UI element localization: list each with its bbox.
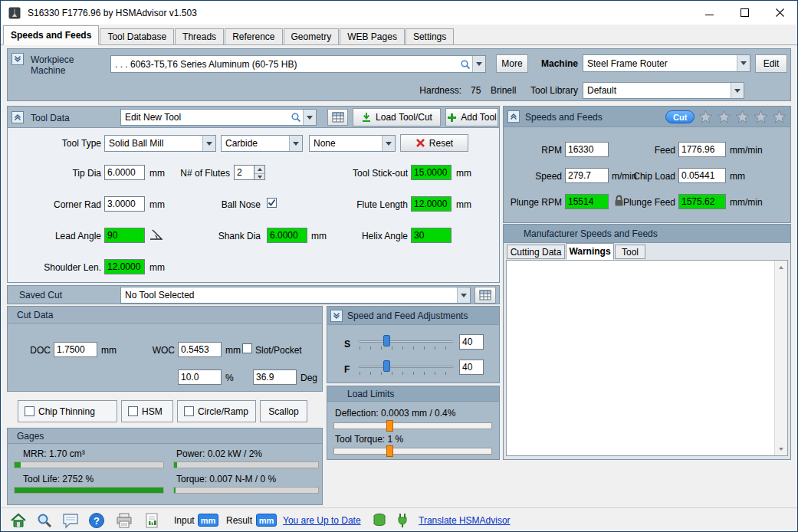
collapse-tool-data-button[interactable]: [11, 111, 24, 123]
tab-threads[interactable]: Threads: [175, 28, 224, 44]
tab-speeds-and-feeds[interactable]: Speeds and Feeds: [3, 25, 99, 45]
search-button[interactable]: [36, 512, 53, 529]
f-adjust-slider[interactable]: [358, 360, 454, 375]
tool-material-dropdown-arrow[interactable]: [289, 136, 302, 151]
tab-geometry[interactable]: Geometry: [284, 28, 340, 44]
subtab-tool[interactable]: Tool: [615, 245, 645, 259]
tool-library-dropdown-arrow[interactable]: [731, 83, 744, 98]
saved-cut-table-button[interactable]: [475, 287, 496, 304]
corner-rad-input[interactable]: 3.0000: [104, 196, 145, 212]
tool-coating-dropdown-arrow[interactable]: [382, 136, 395, 151]
tab-reference[interactable]: Reference: [225, 28, 282, 44]
chip-thinning-checkbox[interactable]: [25, 406, 34, 416]
feed-input[interactable]: 1776.96: [678, 142, 726, 157]
home-button[interactable]: [10, 512, 27, 529]
helix-angle-input[interactable]: 30: [411, 228, 452, 243]
load-tool-cut-button[interactable]: Load Tool/Cut: [353, 108, 441, 126]
update-status-link[interactable]: You are Up to Date: [283, 515, 361, 526]
shoulder-len-input[interactable]: 12.0000: [104, 259, 145, 274]
tool-torque-slider[interactable]: [333, 448, 492, 455]
material-dropdown-arrow[interactable]: [472, 56, 485, 72]
minimize-button[interactable]: [691, 1, 727, 25]
tool-selector[interactable]: Edit New Tool: [120, 109, 317, 126]
input-units-badge[interactable]: mm: [198, 514, 218, 527]
connect-button[interactable]: [394, 512, 411, 529]
add-tool-button[interactable]: Add Tool: [445, 108, 498, 126]
vertical-scrollbar[interactable]: [774, 261, 787, 455]
edit-machine-button[interactable]: Edit: [755, 54, 787, 73]
print-button[interactable]: [116, 512, 133, 529]
tab-web-pages[interactable]: WEB Pages: [340, 28, 405, 44]
hsm-toggle[interactable]: HSM: [121, 400, 173, 422]
material-select[interactable]: . . . 6063-T5,T6 Series Aluminum (60-75 …: [110, 55, 486, 73]
collapse-workpiece-button[interactable]: [11, 53, 24, 65]
database-button[interactable]: [371, 512, 388, 529]
collapse-adjustments-button[interactable]: [330, 310, 343, 322]
star-icon[interactable]: [754, 110, 768, 124]
tab-tool-database[interactable]: Tool Database: [100, 28, 174, 44]
tool-type-dropdown-arrow[interactable]: [202, 136, 215, 151]
shank-dia-input[interactable]: 6.0000: [267, 228, 307, 243]
maximize-button[interactable]: [727, 1, 762, 25]
circle-ramp-toggle[interactable]: Circle/Ramp: [177, 400, 256, 422]
search-icon[interactable]: [460, 59, 471, 70]
stickout-input[interactable]: 15.0000: [411, 165, 452, 180]
f-adjust-value[interactable]: 40: [459, 360, 484, 375]
subtab-warnings[interactable]: Warnings: [566, 243, 614, 260]
star-icon[interactable]: [772, 110, 787, 124]
report-button[interactable]: [143, 512, 160, 529]
star-icon[interactable]: [698, 110, 713, 124]
collapse-speeds-button[interactable]: [507, 110, 520, 123]
translate-link[interactable]: Translate HSMAdvisor: [419, 515, 511, 526]
deflection-slider[interactable]: [333, 422, 492, 429]
lead-angle-input[interactable]: 90: [104, 228, 145, 243]
woc-input[interactable]: 0.5453: [178, 342, 222, 357]
slider-thumb[interactable]: [386, 420, 393, 432]
cut-badge[interactable]: Cut: [665, 110, 695, 123]
hsm-checkbox[interactable]: [128, 406, 138, 416]
s-adjust-slider[interactable]: [358, 334, 454, 350]
subtab-cutting-data[interactable]: Cutting Data: [507, 245, 565, 259]
speed-input[interactable]: 279.7: [565, 168, 609, 183]
search-icon[interactable]: [291, 112, 301, 123]
tool-coating-select[interactable]: None: [309, 135, 396, 152]
tool-selector-dropdown-arrow[interactable]: [303, 110, 316, 125]
rpm-input[interactable]: 16330: [565, 142, 609, 157]
chip-thinning-toggle[interactable]: Chip Thinning: [18, 400, 117, 422]
flute-length-input[interactable]: 12.0000: [411, 196, 452, 212]
tool-material-select[interactable]: Carbide: [221, 135, 303, 152]
flutes-input[interactable]: 2: [234, 165, 255, 180]
star-icon[interactable]: [735, 110, 750, 124]
help-button[interactable]: ?: [88, 512, 105, 529]
chip-load-input[interactable]: 0.05441: [678, 168, 726, 183]
result-units-badge[interactable]: mm: [256, 514, 277, 527]
circle-ramp-checkbox[interactable]: [184, 406, 194, 416]
scallop-button[interactable]: Scallop: [260, 400, 307, 422]
feedback-button[interactable]: [62, 512, 79, 529]
machine-select[interactable]: Steel Frame Router: [583, 54, 750, 72]
scroll-up-button[interactable]: [775, 261, 787, 274]
slider-thumb[interactable]: [383, 360, 390, 372]
slot-pocket-checkbox[interactable]: [242, 343, 252, 353]
tool-table-button[interactable]: [327, 109, 348, 126]
plunge-rpm-input[interactable]: 15514: [565, 194, 609, 209]
spinner-up-button[interactable]: [255, 166, 264, 173]
plunge-feed-input[interactable]: 1575.62: [678, 194, 726, 209]
doc-input[interactable]: 1.7500: [54, 342, 97, 357]
machine-dropdown-arrow[interactable]: [737, 55, 750, 71]
tool-library-select[interactable]: Default: [583, 82, 744, 99]
tip-dia-input[interactable]: 6.0000: [104, 165, 145, 180]
ball-nose-checkbox[interactable]: [267, 198, 277, 208]
spinner-down-button[interactable]: [255, 173, 264, 180]
reset-button[interactable]: Reset: [400, 134, 468, 152]
tool-type-select[interactable]: Solid Ball Mill: [104, 135, 216, 152]
woc-percent-input[interactable]: 10.0: [178, 369, 222, 385]
slider-thumb[interactable]: [386, 445, 393, 457]
saved-cut-select[interactable]: No Tool Selected: [120, 287, 471, 304]
star-icon[interactable]: [717, 110, 731, 124]
close-button[interactable]: [762, 1, 797, 25]
saved-cut-dropdown-arrow[interactable]: [457, 287, 470, 303]
engage-angle-input[interactable]: 36.9: [253, 369, 297, 385]
scroll-down-button[interactable]: [775, 442, 787, 455]
tab-settings[interactable]: Settings: [406, 28, 454, 44]
